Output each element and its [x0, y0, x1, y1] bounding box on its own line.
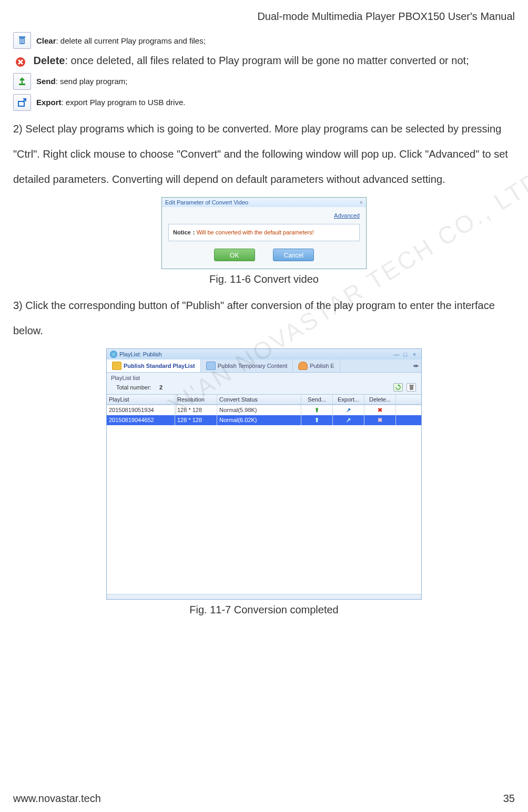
refresh-icon[interactable] [393, 383, 403, 392]
svg-rect-2 [21, 39, 22, 43]
footer-page: 35 [503, 793, 515, 805]
clear-text: Clear: delete all current Play programs … [36, 36, 206, 45]
minimize-icon[interactable]: — [393, 351, 400, 357]
page-header: Dual-mode Multimedia Player PBOX150 User… [13, 11, 515, 23]
folder-icon [112, 362, 121, 370]
svg-rect-0 [19, 36, 25, 38]
export-icon[interactable]: ↗ [346, 417, 351, 423]
col-status: Convert Status [217, 395, 301, 404]
playlist-list-label: PlayList list [107, 373, 421, 382]
export-icon [13, 94, 31, 111]
globe-icon [110, 351, 117, 358]
table-body: 20150819051934 128 * 128 Normal(5.98K) ⬆… [107, 405, 421, 594]
clear-icon [13, 32, 31, 49]
export-desc-row: Export: export Play program to USB drive… [13, 94, 515, 111]
col-send: Send... [301, 395, 333, 404]
col-playlist: PlayList [107, 395, 175, 404]
svg-rect-5 [19, 84, 25, 85]
tab-bar: Publish Standard PlayList Publish Tempor… [107, 359, 421, 373]
close-icon[interactable]: × [411, 351, 418, 357]
delete-icon[interactable]: ✖ [378, 407, 382, 413]
total-number: Total number: 2 [116, 384, 163, 390]
scrollbar[interactable] [107, 594, 421, 599]
page-footer: www.novastar.tech 35 [13, 793, 515, 805]
delete-text: Delete: once deleted, all files related … [33, 55, 469, 66]
ok-button[interactable]: OK [214, 249, 255, 261]
close-icon[interactable]: × [360, 199, 363, 205]
delete-desc-row: Delete: once deleted, all files related … [13, 53, 515, 69]
tab-temporary[interactable]: Publish Temporary Content [201, 359, 293, 372]
footer-site: www.novastar.tech [13, 793, 101, 805]
paragraph-3: 3) Click the corresponding button of "Pu… [13, 293, 515, 343]
publish-window: PlayList: Publish — □ × Publish Standard… [106, 348, 422, 600]
send-icon[interactable]: ⬆ [314, 407, 319, 413]
scroll-right-icon[interactable]: ▸ [416, 362, 419, 369]
export-icon[interactable]: ↗ [346, 407, 351, 413]
col-resolution: Resolution [175, 395, 217, 404]
send-icon[interactable]: ⬆ [314, 417, 319, 423]
send-text: Send: send play program; [36, 77, 127, 86]
send-desc-row: Send: send play program; [13, 73, 515, 90]
window-titlebar: PlayList: Publish — □ × [107, 349, 421, 359]
dialog-titlebar: Edit Parameter of Convert Video × [162, 198, 366, 207]
svg-rect-3 [23, 39, 24, 43]
advanced-link[interactable]: Advanced [168, 212, 360, 219]
maximize-icon[interactable]: □ [402, 351, 409, 357]
convert-dialog: Edit Parameter of Convert Video × Advanc… [161, 197, 367, 269]
clear-desc-row: Clear: delete all current Play programs … [13, 32, 515, 49]
table-row[interactable]: 20150819051934 128 * 128 Normal(5.98K) ⬆… [107, 405, 421, 415]
trash-icon[interactable] [407, 383, 416, 392]
svg-rect-8 [409, 385, 414, 386]
table-row[interactable]: 20150819044652 128 * 128 Normal(6.02K) ⬆… [107, 415, 421, 425]
export-text: Export: export Play program to USB drive… [36, 98, 185, 107]
svg-rect-6 [18, 101, 24, 106]
notice-box: Notice：Will be converted with the defaul… [168, 224, 360, 241]
window-title: PlayList: Publish [119, 351, 162, 357]
delete-icon [13, 55, 28, 69]
cancel-button[interactable]: Cancel [273, 249, 314, 261]
table-header: PlayList Resolution Convert Status Send.… [107, 394, 421, 405]
svg-rect-1 [19, 38, 25, 44]
dialog-title: Edit Parameter of Convert Video [165, 199, 248, 205]
col-delete: Delete... [364, 395, 396, 404]
delete-icon[interactable]: ✖ [378, 417, 382, 423]
tab-standard[interactable]: Publish Standard PlayList [107, 359, 201, 372]
fig2-caption: Fig. 11-7 Conversion completed [13, 604, 515, 616]
send-icon [13, 73, 31, 90]
fig1-caption: Fig. 11-6 Convert video [13, 273, 515, 285]
svg-rect-7 [410, 385, 413, 390]
tab-publish-e[interactable]: Publish E [293, 359, 340, 372]
bell-icon [298, 362, 308, 370]
col-export: Export... [333, 395, 364, 404]
folder-icon [206, 362, 216, 370]
paragraph-2: 2) Select play programs which is going t… [13, 116, 515, 192]
